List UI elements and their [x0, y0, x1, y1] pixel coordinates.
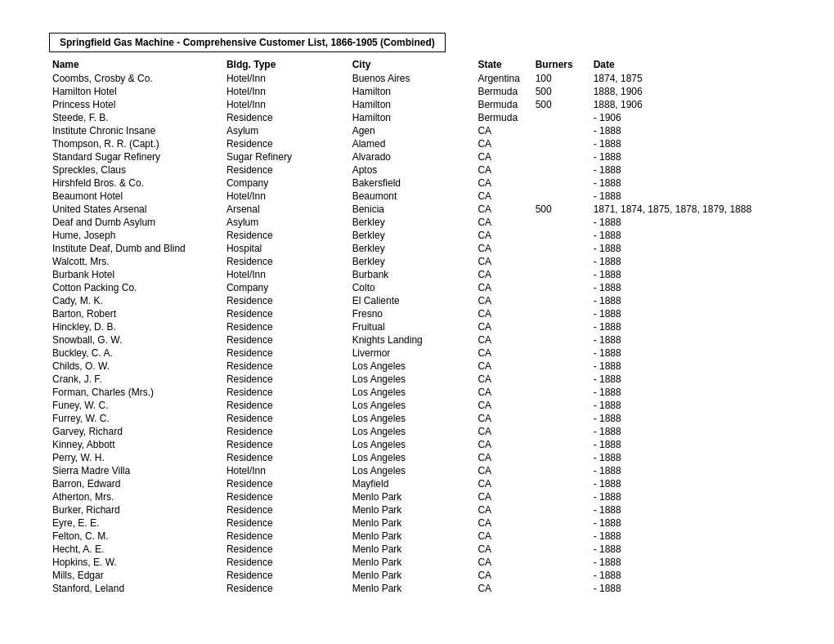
- cell-state: CA: [474, 124, 531, 137]
- cell-state: CA: [474, 517, 531, 530]
- cell-city: Menlo Park: [349, 556, 475, 569]
- cell-burners: [532, 177, 590, 190]
- cell-bldg: Company: [223, 281, 349, 294]
- header-state: State: [474, 57, 531, 72]
- cell-state: CA: [474, 490, 531, 503]
- header-bldg: Bldg. Type: [223, 57, 349, 72]
- cell-city: Berkley: [349, 242, 475, 255]
- cell-state: CA: [474, 190, 531, 203]
- table-wrapper: Name Bldg. Type City State Burners Date …: [49, 57, 785, 595]
- cell-bldg: Residence: [223, 399, 349, 412]
- cell-state: CA: [474, 242, 531, 255]
- table-row: Deaf and Dumb AsylumAsylumBerkleyCA- 188…: [49, 216, 785, 229]
- table-row: Burbank HotelHotel/InnBurbankCA- 1888: [49, 268, 785, 281]
- cell-date: - 1888: [590, 190, 785, 203]
- cell-date: - 1888: [590, 425, 785, 438]
- cell-city: Los Angeles: [349, 412, 475, 425]
- cell-city: Fruitual: [349, 320, 475, 333]
- cell-date: - 1888: [590, 490, 785, 503]
- cell-name: Thompson, R. R. (Capt.): [49, 137, 223, 150]
- table-row: Hecht, A. E.ResidenceMenlo ParkCA- 1888: [49, 543, 785, 556]
- cell-burners: [532, 517, 590, 530]
- cell-name: Forman, Charles (Mrs.): [49, 386, 223, 399]
- cell-burners: [532, 582, 590, 595]
- table-row: Institute Chronic InsaneAsylumAgenCA- 18…: [49, 124, 785, 137]
- cell-name: Eyre, E. E.: [49, 517, 223, 530]
- cell-city: Menlo Park: [349, 517, 475, 530]
- cell-name: Coombs, Crosby & Co.: [49, 72, 223, 85]
- cell-burners: [532, 530, 590, 543]
- cell-burners: [532, 294, 590, 307]
- cell-name: Institute Deaf, Dumb and Blind: [49, 242, 223, 255]
- cell-state: CA: [474, 425, 531, 438]
- cell-bldg: Residence: [223, 517, 349, 530]
- table-row: Felton, C. M.ResidenceMenlo ParkCA- 1888: [49, 530, 785, 543]
- cell-burners: [532, 268, 590, 281]
- cell-date: - 1888: [590, 373, 785, 386]
- table-row: Beaumont HotelHotel/InnBeaumontCA- 1888: [49, 190, 785, 203]
- cell-name: Buckley, C. A.: [49, 347, 223, 360]
- cell-bldg: Hotel/Inn: [223, 98, 349, 111]
- table-row: Hirshfeld Bros. & Co.CompanyBakersfieldC…: [49, 177, 785, 190]
- cell-burners: [532, 477, 590, 490]
- table-row: Atherton, Mrs.ResidenceMenlo ParkCA- 188…: [49, 490, 785, 503]
- cell-bldg: Residence: [223, 294, 349, 307]
- cell-date: - 1888: [590, 124, 785, 137]
- cell-city: Buenos Aires: [349, 72, 475, 85]
- cell-state: CA: [474, 360, 531, 373]
- cell-city: Los Angeles: [349, 373, 475, 386]
- cell-date: - 1888: [590, 137, 785, 150]
- page-title: Springfield Gas Machine - Comprehensive …: [49, 33, 446, 52]
- cell-city: Burbank: [349, 268, 475, 281]
- cell-name: Institute Chronic Insane: [49, 124, 223, 137]
- table-row: Childs, O. W.ResidenceLos AngelesCA- 188…: [49, 360, 785, 373]
- cell-state: CA: [474, 582, 531, 595]
- table-row: Institute Deaf, Dumb and BlindHospitalBe…: [49, 242, 785, 255]
- cell-bldg: Residence: [223, 530, 349, 543]
- cell-bldg: Residence: [223, 111, 349, 124]
- cell-city: Menlo Park: [349, 503, 475, 517]
- cell-burners: [532, 360, 590, 373]
- cell-date: 1871, 1874, 1875, 1878, 1879, 1888: [590, 203, 785, 216]
- cell-burners: 500: [532, 98, 590, 111]
- cell-bldg: Residence: [223, 307, 349, 320]
- cell-burners: [532, 190, 590, 203]
- cell-city: Los Angeles: [349, 399, 475, 412]
- cell-city: Menlo Park: [349, 490, 475, 503]
- table-row: Buckley, C. A.ResidenceLivermorCA- 1888: [49, 347, 785, 360]
- cell-burners: 100: [532, 72, 590, 85]
- cell-state: CA: [474, 177, 531, 190]
- cell-bldg: Residence: [223, 255, 349, 268]
- cell-burners: [532, 373, 590, 386]
- cell-name: Felton, C. M.: [49, 530, 223, 543]
- cell-city: Los Angeles: [349, 451, 475, 464]
- cell-name: Burbank Hotel: [49, 268, 223, 281]
- cell-bldg: Residence: [223, 582, 349, 595]
- cell-bldg: Residence: [223, 425, 349, 438]
- cell-burners: 500: [532, 203, 590, 216]
- cell-state: CA: [474, 281, 531, 294]
- cell-name: Burker, Richard: [49, 503, 223, 517]
- cell-bldg: Sugar Refinery: [223, 150, 349, 163]
- cell-date: - 1888: [590, 438, 785, 451]
- table-row: Hinckley, D. B.ResidenceFruitualCA- 1888: [49, 320, 785, 333]
- table-row: Thompson, R. R. (Capt.)ResidenceAlamedCA…: [49, 137, 785, 150]
- table-row: Cotton Packing Co.CompanyColtoCA- 1888: [49, 281, 785, 294]
- cell-city: Menlo Park: [349, 543, 475, 556]
- table-row: Funey, W. C.ResidenceLos AngelesCA- 1888: [49, 399, 785, 412]
- cell-state: CA: [474, 412, 531, 425]
- cell-city: Agen: [349, 124, 475, 137]
- table-row: Garvey, RichardResidenceLos AngelesCA- 1…: [49, 425, 785, 438]
- title-text: Springfield Gas Machine - Comprehensive …: [60, 37, 435, 48]
- cell-bldg: Residence: [223, 412, 349, 425]
- cell-bldg: Hotel/Inn: [223, 268, 349, 281]
- cell-city: Aptos: [349, 163, 475, 177]
- cell-name: Standard Sugar Refinery: [49, 150, 223, 163]
- cell-city: Hamilton: [349, 85, 475, 98]
- cell-state: CA: [474, 438, 531, 451]
- cell-date: - 1888: [590, 347, 785, 360]
- cell-name: Spreckles, Claus: [49, 163, 223, 177]
- cell-city: Bakersfield: [349, 177, 475, 190]
- cell-bldg: Residence: [223, 477, 349, 490]
- cell-state: CA: [474, 543, 531, 556]
